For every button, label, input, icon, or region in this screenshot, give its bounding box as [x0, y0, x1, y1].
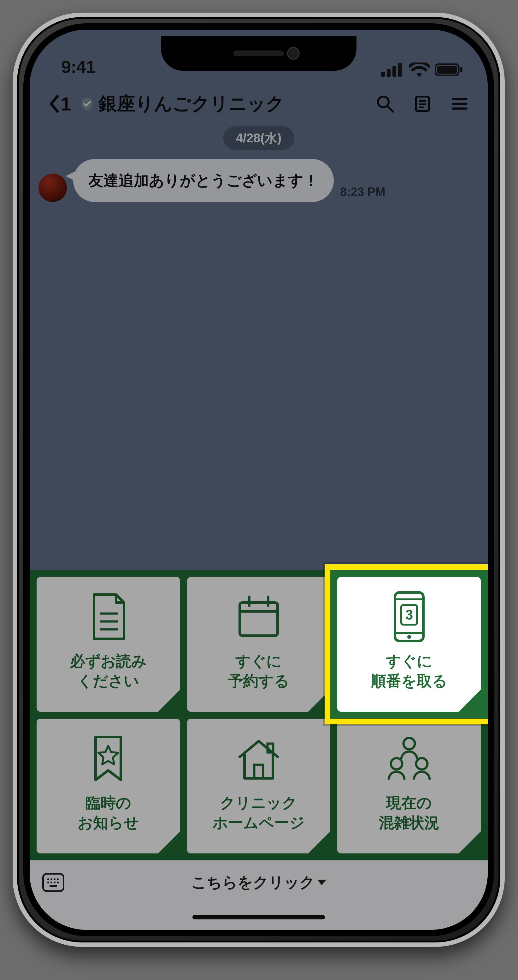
svg-point-34 [47, 878, 49, 880]
svg-rect-2 [392, 66, 396, 77]
svg-point-33 [416, 758, 427, 770]
svg-rect-29 [254, 765, 263, 778]
bookmark-star-icon [88, 730, 129, 787]
tile-label: 現在の [379, 793, 439, 813]
device-notch [161, 36, 356, 71]
svg-point-36 [54, 878, 56, 880]
verified-shield-icon [80, 97, 94, 111]
keyboard-icon[interactable] [42, 873, 64, 892]
chevron-down-icon [317, 880, 326, 885]
svg-point-46 [407, 635, 411, 639]
cellular-icon [381, 63, 403, 77]
svg-point-41 [57, 881, 59, 883]
chevron-left-icon [49, 95, 59, 113]
tile-label: ホームページ [213, 813, 305, 833]
tile-read-first[interactable]: 必ずお読み ください [37, 577, 180, 712]
chat-header: 1 銀座りんごクリニック [30, 83, 488, 124]
svg-rect-1 [387, 69, 391, 77]
svg-text:3: 3 [405, 607, 413, 622]
document-icon [88, 588, 129, 645]
account-title[interactable]: 銀座りんごクリニック [80, 92, 284, 116]
message-time: 8:23 PM [340, 185, 386, 202]
wifi-icon [409, 62, 430, 77]
status-time: 9:41 [61, 57, 95, 77]
svg-point-40 [54, 881, 56, 883]
tile-news[interactable]: 臨時の お知らせ [37, 719, 180, 853]
svg-point-37 [57, 878, 59, 880]
rich-menu-footer[interactable]: こちらをクリック [30, 861, 488, 905]
svg-point-39 [51, 881, 52, 883]
tile-label: 順番を取る [371, 671, 447, 691]
tile-label: すぐに [228, 651, 289, 671]
search-icon[interactable] [376, 95, 394, 113]
svg-point-38 [47, 881, 49, 883]
tile-label: ください [70, 671, 147, 691]
phone-frame: 9:41 [13, 13, 505, 947]
tile-take-number-highlighted[interactable]: 3 すぐに 順番を取る [337, 577, 481, 712]
date-chip: 4/28(水) [223, 126, 294, 150]
svg-line-8 [388, 106, 393, 112]
notes-icon[interactable] [413, 95, 432, 113]
account-name: 銀座りんごクリニック [99, 92, 284, 116]
home-icon [234, 730, 284, 787]
tile-label: すぐに [371, 651, 447, 671]
avatar[interactable] [38, 173, 67, 202]
svg-rect-42 [49, 885, 57, 887]
back-button[interactable]: 1 [49, 93, 71, 115]
chat-body[interactable]: 4/28(水) 友達追加ありがとうございます！ 8:23 PM [30, 124, 488, 570]
svg-rect-6 [460, 67, 462, 72]
tile-label: 混雑状況 [379, 813, 439, 833]
tile-reserve[interactable]: すぐに 予約する [187, 577, 331, 712]
tile-congestion[interactable]: 現在の 混雑状況 [337, 719, 481, 853]
home-indicator[interactable] [30, 905, 488, 930]
message-bubble[interactable]: 友達追加ありがとうございます！ [73, 159, 334, 202]
back-count: 1 [60, 93, 71, 115]
hamburger-icon[interactable] [450, 95, 469, 113]
tile-homepage[interactable]: クリニック ホームページ [187, 719, 331, 853]
phone-ticket-icon: 3 [390, 588, 428, 645]
svg-rect-5 [437, 66, 457, 74]
svg-rect-3 [398, 63, 402, 77]
svg-point-31 [404, 738, 415, 749]
message-row: 友達追加ありがとうございます！ 8:23 PM [38, 159, 475, 202]
tile-label: お知らせ [78, 813, 139, 833]
people-icon [382, 730, 436, 787]
footer-label: こちらをクリック [191, 872, 315, 892]
tile-label: 予約する [228, 671, 289, 691]
calendar-icon [235, 588, 282, 645]
svg-rect-19 [240, 603, 278, 636]
battery-icon [435, 64, 462, 76]
tile-label: クリニック [213, 793, 305, 813]
svg-point-32 [391, 758, 402, 770]
tile-label: 臨時の [78, 793, 139, 813]
svg-rect-0 [381, 72, 385, 77]
tile-label: 必ずお読み [70, 651, 147, 671]
svg-point-35 [51, 878, 52, 880]
